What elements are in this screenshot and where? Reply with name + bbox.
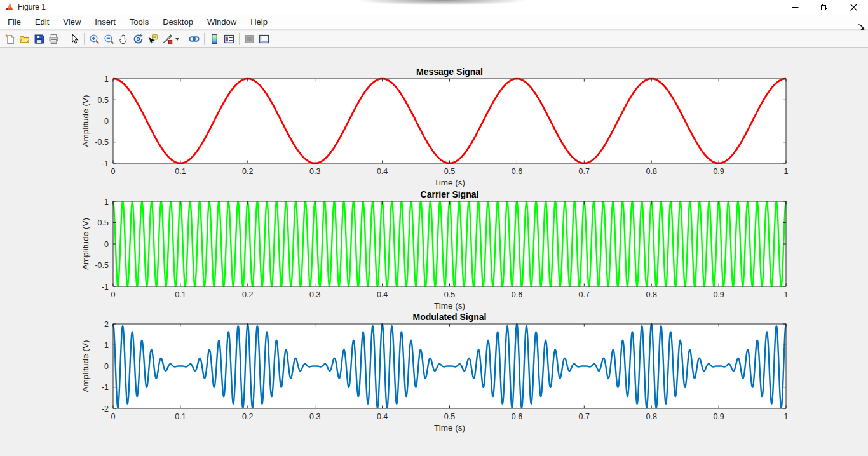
restore-icon[interactable] [810, 0, 839, 14]
menu-item-desktop[interactable]: Desktop [156, 15, 200, 29]
y-tick-label: 2 [104, 320, 109, 329]
insert-colorbar-icon[interactable] [207, 32, 222, 46]
open-file-icon[interactable] [17, 32, 32, 46]
x-tick-label: 0.3 [309, 290, 320, 299]
x-tick-label: 0.5 [444, 290, 455, 299]
zoom-in-icon[interactable] [87, 32, 102, 46]
x-tick-label: 0 [111, 290, 116, 299]
matlab-logo-icon [4, 3, 14, 12]
x-axis-label: Time (s) [434, 178, 465, 187]
y-tick-label: 1 [104, 341, 109, 350]
save-figure-icon[interactable] [32, 32, 46, 46]
x-tick-label: 0.2 [242, 167, 253, 176]
subplots-svg: 00.10.20.30.40.50.60.70.80.91-1-0.500.51… [0, 48, 868, 456]
menu-item-edit[interactable]: Edit [28, 15, 56, 29]
x-axis-label: Time (s) [434, 301, 465, 311]
menu-item-insert[interactable]: Insert [88, 15, 123, 29]
toolbar-separator [204, 33, 205, 45]
menu-item-help[interactable]: Help [243, 15, 275, 29]
edit-plot-icon[interactable] [67, 32, 81, 46]
x-tick-label: 0.9 [713, 412, 724, 421]
y-axis-label: Amplitude (V) [81, 95, 90, 147]
y-tick-label: -1 [102, 159, 109, 168]
x-tick-label: 0.9 [713, 290, 724, 299]
x-tick-label: 0.4 [377, 167, 388, 176]
y-tick-label: -0.5 [95, 261, 109, 270]
pan-icon[interactable] [116, 32, 131, 46]
insert-legend-icon[interactable] [222, 32, 236, 46]
x-tick-label: 1 [784, 167, 789, 176]
overlay-shadow [345, 0, 539, 5]
data-cursor-icon[interactable] [146, 32, 160, 46]
x-tick-label: 0 [111, 412, 116, 421]
menu-item-tools[interactable]: Tools [123, 15, 156, 29]
x-tick-label: 0.3 [309, 412, 320, 421]
y-tick-label: 0 [104, 240, 109, 249]
x-tick-label: 0.6 [512, 167, 522, 176]
x-axis-label: Time (s) [434, 423, 465, 433]
y-tick-label: 0.5 [98, 218, 109, 227]
toolbar-separator [239, 33, 240, 45]
toolbar-separator [184, 33, 184, 45]
plot-title-modulated-signal: Modulated Signal [413, 312, 487, 322]
x-tick-label: 0.6 [512, 290, 522, 299]
toolbar-separator [64, 33, 64, 45]
x-tick-label: 0.4 [377, 290, 388, 299]
toolbar-separator [84, 33, 85, 45]
x-tick-label: 0.8 [646, 290, 657, 299]
menu-bar: FileEditViewInsertToolsDesktopWindowHelp [0, 14, 868, 30]
x-tick-label: 0.3 [309, 167, 320, 176]
x-tick-label: 0.4 [377, 412, 388, 421]
window-title: Figure 1 [18, 3, 46, 11]
x-tick-label: 0.1 [175, 167, 186, 176]
close-icon[interactable] [839, 0, 868, 14]
hide-plot-tools-icon[interactable] [242, 32, 257, 46]
x-tick-label: 0.7 [579, 412, 590, 421]
subplot-carrier-signal: 00.10.20.30.40.50.60.70.80.91-1-0.500.51… [81, 189, 789, 311]
x-tick-label: 0.5 [444, 167, 455, 176]
plot-title-carrier-signal: Carrier Signal [421, 189, 479, 199]
brush-dropdown-icon[interactable] [175, 38, 179, 41]
menu-item-window[interactable]: Window [200, 15, 243, 29]
zoom-out-icon[interactable] [102, 32, 116, 46]
new-figure-icon[interactable] [3, 32, 17, 46]
y-tick-label: 1 [104, 198, 109, 206]
x-tick-label: 0 [111, 167, 116, 176]
show-plot-tools-icon[interactable] [257, 32, 271, 46]
rotate-3d-icon[interactable] [131, 32, 146, 46]
minimize-icon[interactable] [780, 0, 810, 14]
subplot-message-signal: 00.10.20.30.40.50.60.70.80.91-1-0.500.51… [81, 67, 789, 187]
print-figure-icon[interactable] [46, 32, 61, 46]
y-tick-label: -1 [102, 383, 109, 392]
y-axis-label: Amplitude (V) [81, 340, 90, 392]
y-tick-label: 1 [104, 75, 109, 84]
x-tick-label: 0.6 [512, 412, 522, 421]
figure-canvas: 00.10.20.30.40.50.60.70.80.91-1-0.500.51… [0, 48, 868, 456]
link-plot-icon[interactable] [187, 32, 201, 46]
y-tick-label: 0 [104, 117, 109, 126]
y-tick-label: -0.5 [95, 138, 109, 147]
x-tick-label: 0.1 [175, 290, 186, 299]
x-tick-label: 0.9 [713, 167, 724, 176]
x-tick-label: 0.2 [242, 412, 253, 421]
x-tick-label: 0.5 [444, 412, 455, 421]
x-tick-label: 0.8 [646, 412, 657, 421]
y-tick-label: -1 [102, 283, 109, 292]
figure-window: Figure 1 FileEditViewInsertToolsDesktopW… [0, 0, 868, 456]
window-controls [780, 0, 868, 14]
x-tick-label: 1 [784, 290, 789, 299]
title-bar: Figure 1 [0, 0, 868, 14]
x-tick-label: 0.8 [646, 167, 657, 176]
brush-icon[interactable] [160, 32, 175, 46]
x-tick-label: 0.7 [579, 167, 590, 176]
y-tick-label: 0 [104, 362, 109, 371]
x-tick-label: 0.2 [242, 290, 253, 299]
y-tick-label: 0.5 [98, 96, 109, 105]
menu-item-view[interactable]: View [56, 15, 88, 29]
plot-area-carrier-signal[interactable] [113, 201, 786, 286]
menu-item-file[interactable]: File [1, 15, 28, 29]
x-tick-label: 0.1 [175, 412, 186, 421]
x-tick-label: 1 [784, 412, 789, 421]
plot-title-message-signal: Message Signal [416, 67, 483, 77]
y-tick-label: -2 [102, 405, 109, 413]
